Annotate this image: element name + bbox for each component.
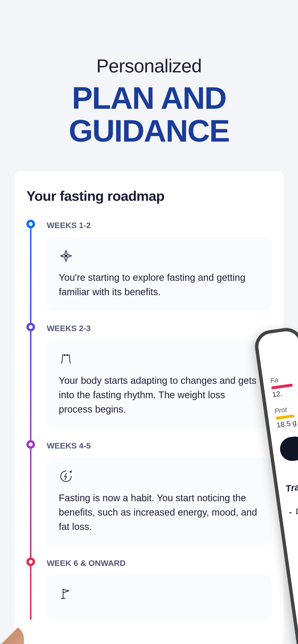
tracked-heading: Tracked: [285, 480, 298, 494]
roadmap-card: You're starting to explore fasting and g…: [47, 237, 272, 310]
roadmap-card: Your body starts adapting to changes and…: [47, 340, 272, 428]
waist-icon: [59, 352, 73, 366]
svg-point-2: [64, 354, 65, 356]
roadmap-card: Fasting is now a habit. You start notici…: [47, 458, 272, 545]
card-text: You're starting to explore fasting and g…: [59, 270, 260, 299]
timeline-item: WEEK 6 & ONWARD: [47, 558, 272, 620]
nutrient-label: Prot: [274, 404, 298, 415]
dot-icon: [26, 220, 35, 228]
compass-star-icon: [59, 249, 73, 263]
meal-row[interactable]: Dinne: [288, 500, 298, 522]
timeline-item: WEEKS 2-3 Your body starts adapting to c…: [47, 324, 272, 428]
timeline: WEEKS 1-2 You're starting to explore fas…: [26, 221, 272, 620]
nutrient-protein: Prot 18.5 g: [274, 404, 298, 429]
nutrient-value: 12.: [272, 387, 298, 399]
roadmap-panel: Your fasting roadmap WEEKS 1-2 You're st…: [14, 171, 284, 644]
meal-label: Dinne: [295, 504, 298, 516]
roadmap-card: [47, 575, 272, 620]
week-label: WEEKS 4-5: [47, 441, 272, 450]
nutrient-fat: Fa 12.: [270, 373, 298, 399]
hero-title-line2: GUIDANCE: [69, 113, 229, 148]
action-button[interactable]: [278, 435, 298, 463]
hero-title: PLAN AND GUIDANCE: [0, 82, 298, 147]
timeline-item: WEEKS 4-5 Fasting is now a habit. You st…: [47, 441, 272, 545]
flag-icon: [59, 586, 73, 601]
dot-icon: [26, 558, 35, 566]
hero-title-line1: PLAN AND: [72, 80, 226, 116]
dot-icon: [26, 440, 35, 449]
timeline-dot: [26, 323, 35, 331]
nutrient-label: Fa: [270, 373, 297, 384]
timeline-item: WEEKS 1-2 You're starting to explore fas…: [47, 221, 272, 310]
hero-subtitle: Personalized: [0, 55, 298, 77]
card-text: Fasting is now a habit. You start notici…: [59, 491, 260, 534]
timeline-dot: [26, 440, 35, 449]
panel-title: Your fasting roadmap: [26, 188, 272, 204]
week-label: WEEKS 2-3: [47, 324, 272, 333]
lightning-circle-icon: [59, 469, 73, 484]
timeline-dot: [26, 220, 35, 228]
svg-point-3: [67, 354, 68, 356]
week-label: WEEK 6 & ONWARD: [47, 558, 272, 568]
timeline-dot: [26, 558, 35, 566]
hero: Personalized PLAN AND GUIDANCE: [0, 0, 298, 157]
dot-icon: [26, 323, 35, 331]
meal-icon: [288, 508, 292, 516]
week-label: WEEKS 1-2: [47, 221, 272, 230]
card-text: Your body starts adapting to changes and…: [59, 373, 260, 416]
svg-point-0: [65, 255, 67, 257]
